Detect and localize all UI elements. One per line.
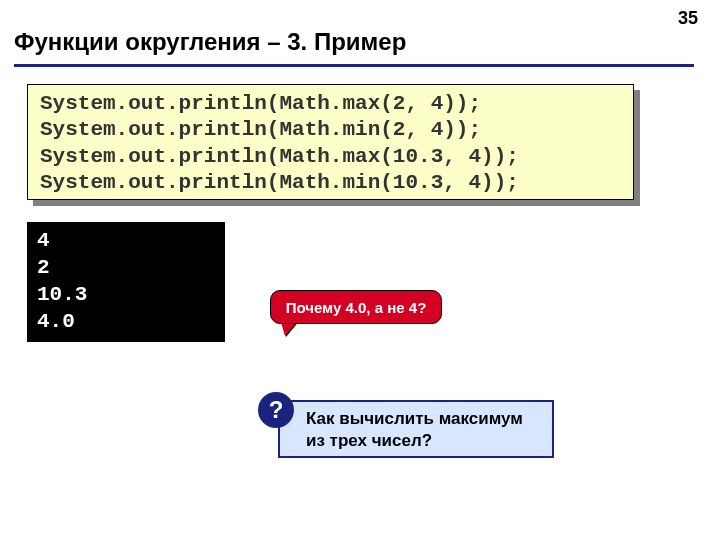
- output-box: 4 2 10.3 4.0: [27, 222, 225, 342]
- page-number: 35: [678, 8, 698, 29]
- title-divider: [14, 64, 694, 67]
- slide: 35 Функции округления – 3. Пример System…: [0, 0, 720, 540]
- slide-title: Функции округления – 3. Пример: [14, 28, 406, 56]
- question-mark-icon: ?: [269, 396, 284, 424]
- question-circle: ?: [258, 392, 294, 428]
- question-box: Как вычислить максимум из трех чисел?: [278, 400, 554, 458]
- code-box: System.out.println(Math.max(2, 4)); Syst…: [27, 84, 634, 200]
- callout-bubble: Почему 4.0, а не 4?: [270, 290, 442, 324]
